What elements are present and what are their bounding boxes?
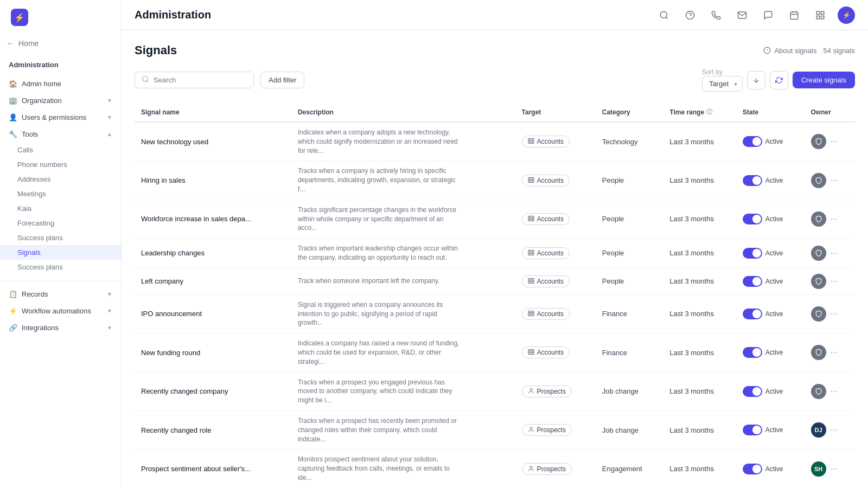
search-box[interactable] [135, 72, 254, 88]
create-signals-button[interactable]: Create signals [793, 72, 855, 88]
state-toggle[interactable] [743, 425, 762, 435]
sidebar-label-workflow: Workflow automations [22, 307, 91, 315]
sidebar-item-workflow[interactable]: ⚡ Workflow automations ▼ [0, 303, 121, 319]
svg-rect-10 [821, 16, 824, 18]
sidebar-item-tools[interactable]: 🔧 Tools ▲ [0, 126, 121, 143]
more-options-button[interactable]: ··· [831, 137, 838, 146]
state-toggle[interactable] [743, 248, 762, 259]
svg-rect-33 [528, 250, 534, 255]
sidebar-item-integrations[interactable]: 🔗 Integrations ▼ [0, 319, 121, 336]
cell-description: Tracks significant percentage changes in… [291, 200, 515, 238]
svg-point-53 [530, 388, 532, 390]
sidebar-sub-signals[interactable]: Signals [0, 245, 121, 260]
mail-icon-btn[interactable] [733, 7, 751, 24]
cell-state: Active [736, 372, 805, 410]
cell-signal-name: Hiring in sales [135, 161, 291, 200]
target-type-icon [528, 138, 534, 145]
cell-category: People [596, 268, 663, 294]
cell-owner: SH ··· [805, 450, 855, 488]
search-input[interactable] [154, 76, 247, 84]
sidebar-item-organization[interactable]: 🏢 Organization ▼ [0, 92, 121, 109]
time-range-info-icon: ⓘ [706, 108, 712, 116]
state-toggle[interactable] [743, 276, 762, 287]
sidebar-sub-kaia[interactable]: Kaia [0, 201, 121, 216]
state-label: Active [765, 249, 783, 257]
cell-category: People [596, 239, 663, 268]
cell-target: Accounts [515, 294, 596, 333]
more-options-button[interactable]: ··· [831, 387, 838, 396]
sidebar-sub-addresses[interactable]: Addresses [0, 172, 121, 187]
cell-description: Tracks when a company is actively hiring… [291, 161, 515, 200]
sidebar-home-link[interactable]: ← Home [0, 35, 121, 52]
organization-icon: 🏢 [9, 97, 17, 105]
target-type-icon [528, 177, 534, 184]
main-content: Signals About signals 54 signals Add fil… [122, 30, 868, 488]
target-type-icon [528, 249, 534, 257]
chevron-down-icon-5: ▼ [107, 325, 112, 331]
sidebar-main-items: 🏠 Admin home 🏢 Organization ▼ 👤 Users & … [0, 73, 121, 277]
sidebar-sub-success-plans-2[interactable]: Success plans [0, 260, 121, 274]
users-icon: 👤 [9, 113, 17, 121]
phone-icon-btn[interactable] [707, 7, 725, 24]
state-toggle[interactable] [743, 464, 762, 474]
cell-description: Tracks when a prospect has recently been… [291, 410, 515, 449]
sidebar-label-tools: Tools [22, 130, 38, 138]
refresh-button[interactable] [770, 71, 788, 89]
cell-owner: ··· [805, 333, 855, 372]
more-options-button[interactable]: ··· [831, 277, 838, 286]
about-signals-link[interactable]: About signals [763, 47, 816, 55]
more-options-button[interactable]: ··· [831, 176, 838, 185]
owner-avatar [811, 211, 826, 227]
logo-area: ⚡ [0, 0, 121, 35]
more-options-button[interactable]: ··· [831, 309, 838, 319]
sidebar-sub-phone-numbers[interactable]: Phone numbers [0, 157, 121, 172]
state-toggle[interactable] [743, 175, 762, 186]
more-options-button[interactable]: ··· [831, 248, 838, 258]
owner-avatar [811, 384, 826, 399]
help-icon-btn[interactable] [681, 7, 699, 24]
state-toggle[interactable] [743, 214, 762, 224]
cell-target: Accounts [515, 161, 596, 200]
th-state: State [736, 102, 805, 122]
table-row: IPO announcement Signal is triggered whe… [135, 294, 855, 333]
sidebar-item-records[interactable]: 📋 Records ▼ [0, 286, 121, 303]
svg-line-16 [147, 81, 149, 82]
cell-category: People [596, 161, 663, 200]
table-row: Leadership changes Tracks when important… [135, 239, 855, 268]
search-icon-btn[interactable] [655, 7, 673, 24]
state-toggle[interactable] [743, 386, 762, 397]
state-toggle[interactable] [743, 309, 762, 319]
sidebar-sub-forecasting[interactable]: Forecasting [0, 216, 121, 230]
sidebar-item-admin-home[interactable]: 🏠 Admin home [0, 75, 121, 92]
calendar-icon-btn[interactable] [786, 7, 803, 24]
sidebar-label-users: Users & permissions [22, 113, 86, 121]
more-options-button[interactable]: ··· [831, 464, 838, 474]
table-row: New technology used Indicates when a com… [135, 122, 855, 161]
sidebar-item-users-permissions[interactable]: 👤 Users & permissions ▼ [0, 109, 121, 126]
cell-target: Accounts [515, 122, 596, 161]
chat-icon-btn[interactable] [760, 7, 777, 24]
cell-target: Prospects [515, 372, 596, 410]
cell-category: People [596, 200, 663, 238]
more-options-button[interactable]: ··· [831, 214, 838, 224]
cell-state: Active [736, 450, 805, 488]
add-filter-button[interactable]: Add filter [260, 72, 304, 88]
sort-direction-button[interactable] [747, 71, 765, 89]
grid-icon-btn[interactable] [812, 7, 829, 24]
state-toggle[interactable] [743, 347, 762, 358]
sidebar-sub-meetings[interactable]: Meetings [0, 187, 121, 201]
svg-rect-18 [528, 139, 534, 144]
admin-home-icon: 🏠 [9, 80, 17, 88]
sort-select[interactable]: Target [702, 76, 743, 92]
cell-owner: ··· [805, 268, 855, 294]
user-avatar[interactable]: ⚡ [838, 7, 855, 24]
state-label: Active [765, 215, 783, 223]
state-toggle[interactable] [743, 136, 762, 147]
chevron-down-icon-4: ▼ [107, 308, 112, 314]
owner-avatar [811, 246, 826, 261]
more-options-button[interactable]: ··· [831, 425, 838, 435]
more-options-button[interactable]: ··· [831, 348, 838, 357]
cell-time-range: Last 3 months [663, 333, 736, 372]
sidebar-sub-calls[interactable]: Calls [0, 143, 121, 157]
sidebar-sub-success-plans[interactable]: Success plans [0, 230, 121, 245]
